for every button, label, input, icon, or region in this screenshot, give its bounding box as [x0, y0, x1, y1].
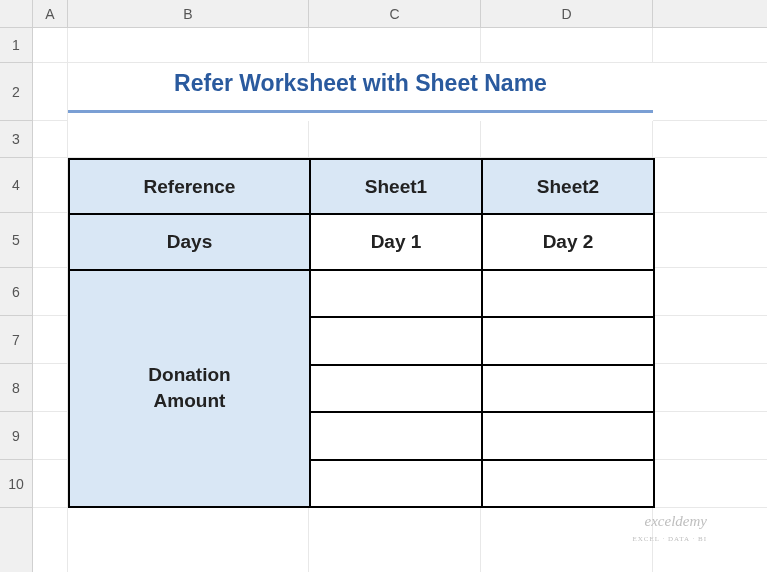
cell[interactable]: [653, 213, 767, 268]
donation-label-line1: Donation: [148, 364, 230, 385]
data-table-area: Reference Sheet1 Sheet2 Days Day 1 Day 2…: [68, 158, 653, 508]
cell[interactable]: [653, 158, 767, 213]
day1-label[interactable]: Day 1: [310, 214, 482, 269]
watermark-sub: EXCEL · DATA · BI: [632, 535, 707, 543]
cell[interactable]: [653, 28, 767, 63]
table-header-row: Reference Sheet1 Sheet2: [69, 159, 654, 214]
row-header-9[interactable]: 9: [0, 412, 33, 460]
cell[interactable]: [33, 28, 68, 63]
cell[interactable]: [309, 28, 481, 63]
day2-label[interactable]: Day 2: [482, 214, 654, 269]
row-header-3[interactable]: 3: [0, 121, 33, 158]
page-title: Refer Worksheet with Sheet Name: [68, 63, 653, 113]
cell[interactable]: [33, 63, 68, 121]
col-header-b[interactable]: B: [68, 0, 309, 28]
cell[interactable]: [33, 364, 68, 412]
data-cell[interactable]: [310, 460, 482, 507]
row-header-6[interactable]: 6: [0, 268, 33, 316]
data-table: Reference Sheet1 Sheet2 Days Day 1 Day 2…: [68, 158, 655, 508]
row-header-8[interactable]: 8: [0, 364, 33, 412]
data-cell[interactable]: [310, 412, 482, 459]
row-header-2[interactable]: 2: [0, 63, 33, 121]
cell[interactable]: [68, 508, 309, 572]
header-sheet1[interactable]: Sheet1: [310, 159, 482, 214]
cell[interactable]: [653, 460, 767, 508]
cell[interactable]: [309, 508, 481, 572]
donation-label-line2: Amount: [154, 390, 226, 411]
cell[interactable]: [309, 121, 481, 158]
cell[interactable]: [33, 508, 68, 572]
spreadsheet-grid: A B C D 1 2 3 4 5 6 7 8 9 10 Refer Works…: [0, 0, 767, 572]
col-header-a[interactable]: A: [33, 0, 68, 28]
col-header-c[interactable]: C: [309, 0, 481, 28]
select-all-corner[interactable]: [0, 0, 33, 28]
data-cell[interactable]: [482, 317, 654, 364]
data-cell[interactable]: [310, 317, 482, 364]
days-label[interactable]: Days: [69, 214, 310, 269]
cell[interactable]: [481, 508, 653, 572]
cell[interactable]: [653, 63, 767, 121]
row-header-5[interactable]: 5: [0, 213, 33, 268]
cell[interactable]: [33, 158, 68, 213]
cell[interactable]: [68, 28, 309, 63]
row-header-blank: [0, 508, 33, 572]
cell[interactable]: [68, 121, 309, 158]
cell[interactable]: [653, 121, 767, 158]
cell[interactable]: [653, 316, 767, 364]
cell[interactable]: [33, 268, 68, 316]
table-row: Donation Amount: [69, 270, 654, 317]
data-cell[interactable]: [482, 270, 654, 317]
watermark-main: exceldemy: [645, 513, 707, 529]
data-cell[interactable]: [482, 460, 654, 507]
header-reference[interactable]: Reference: [69, 159, 310, 214]
row-header-7[interactable]: 7: [0, 316, 33, 364]
row-header-10[interactable]: 10: [0, 460, 33, 508]
donation-label[interactable]: Donation Amount: [69, 270, 310, 507]
table-days-row: Days Day 1 Day 2: [69, 214, 654, 269]
cell[interactable]: [653, 268, 767, 316]
row-header-1[interactable]: 1: [0, 28, 33, 63]
cell[interactable]: [33, 412, 68, 460]
row-header-4[interactable]: 4: [0, 158, 33, 213]
header-sheet2[interactable]: Sheet2: [482, 159, 654, 214]
cell[interactable]: [33, 213, 68, 268]
cell[interactable]: [33, 460, 68, 508]
cell[interactable]: [481, 28, 653, 63]
col-header-d[interactable]: D: [481, 0, 653, 28]
watermark: exceldemy EXCEL · DATA · BI: [632, 514, 707, 544]
col-header-blank: [653, 0, 767, 28]
cell[interactable]: [653, 364, 767, 412]
data-cell[interactable]: [482, 365, 654, 412]
cell[interactable]: [653, 412, 767, 460]
data-cell[interactable]: [310, 270, 482, 317]
data-cell[interactable]: [310, 365, 482, 412]
cell[interactable]: [33, 316, 68, 364]
data-cell[interactable]: [482, 412, 654, 459]
cell[interactable]: [33, 121, 68, 158]
cell[interactable]: [481, 121, 653, 158]
